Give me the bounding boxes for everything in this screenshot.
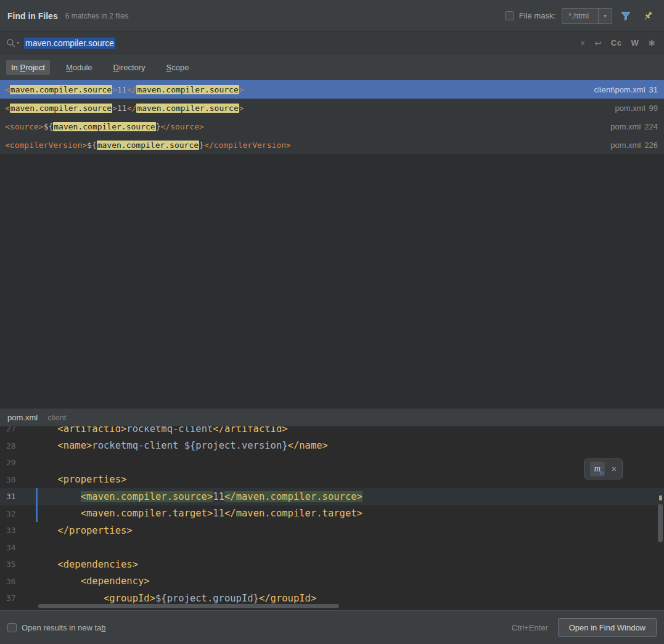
chevron-down-icon[interactable]: ▾	[598, 9, 612, 23]
xml-tag: </name>	[288, 440, 328, 451]
scope-tab-directory[interactable]: Directory	[109, 60, 150, 75]
xml-tag: <name>	[35, 440, 92, 451]
scope-tab-scope[interactable]: Scope	[162, 60, 194, 75]
result-line-number: 31	[649, 85, 658, 94]
find-in-files-dialog: Find in Files 6 matches in 2 files File …	[0, 0, 664, 644]
match-highlight: maven.compiler.source	[10, 85, 112, 94]
clear-icon[interactable]: ×	[580, 38, 585, 48]
xml-tag: </artifactId>	[213, 426, 287, 434]
xml-tag: <maven.compiler.target>	[35, 508, 213, 519]
header-controls: File mask: *.html ▾	[505, 7, 657, 25]
close-icon[interactable]: ×	[612, 464, 617, 474]
line-number: 34	[0, 543, 35, 552]
result-line-number: 224	[644, 122, 658, 131]
xml-tag: </groupId>	[259, 593, 316, 604]
xml-value: 11	[117, 85, 127, 94]
result-row[interactable]: <maven.compiler.source>11</maven.compile…	[0, 99, 664, 117]
search-history-chevron-icon[interactable]: ▾	[17, 40, 19, 46]
xml-value: ${	[44, 122, 54, 131]
match-highlight: maven.compiler.source	[136, 104, 239, 113]
scope-label: cope	[171, 63, 189, 72]
xml-text: rocketmq-client ${project.version}	[92, 440, 287, 451]
result-location: pom.xml226	[610, 141, 658, 150]
regex-toggle[interactable]: ✱	[648, 38, 655, 48]
open-results-new-tab-label: Open results in new tab	[22, 623, 106, 632]
line-number: 29	[0, 458, 35, 467]
editor-line: 27 <artifactId>rocketmq-client</artifact…	[0, 426, 664, 438]
xml-token: <	[5, 85, 10, 94]
match-case-toggle[interactable]: Cc	[611, 38, 622, 47]
maven-reload-button[interactable]: m ↻	[590, 462, 605, 476]
results-empty-area	[0, 154, 664, 408]
editor-line: 30 <properties>	[0, 471, 664, 489]
whole-words-toggle[interactable]: W	[631, 38, 639, 47]
result-line-number: 99	[649, 104, 658, 113]
search-icon[interactable]	[6, 38, 16, 48]
line-number: 36	[0, 577, 35, 586]
pin-icon[interactable]	[639, 7, 657, 25]
search-options: × ↩ Cc W ✱	[580, 38, 658, 48]
open-in-find-window-button[interactable]: Open in Find Window	[558, 618, 657, 637]
line-number: 31	[0, 492, 35, 501]
file-mask-value: *.html	[562, 11, 598, 20]
xml-token: <source>	[5, 122, 44, 131]
shortcut-hint: Ctrl+Enter	[512, 623, 548, 632]
xml-tag-match: <maven.compiler.source>	[81, 491, 213, 502]
preview-module-label: client	[47, 413, 66, 422]
scope-tab-in-project[interactable]: In Project	[6, 60, 50, 75]
result-file: pom.xml	[610, 122, 641, 131]
line-number: 28	[0, 441, 35, 450]
vcs-change-marker	[36, 488, 38, 522]
editor-line: 35 <dependencies>	[0, 556, 664, 573]
xml-tag: </properties>	[35, 525, 133, 536]
refresh-icon: ↻	[599, 470, 604, 476]
editor-line: 33 </properties>	[0, 522, 664, 539]
maven-reload-widget: m ↻ ×	[584, 459, 623, 479]
xml-tag: <dependency>	[35, 576, 150, 587]
xml-token: </	[127, 85, 137, 94]
scope-mnemonic: M	[66, 63, 73, 72]
editor-preview[interactable]: 27 <artifactId>rocketmq-client</artifact…	[0, 426, 664, 610]
xml-text: ${project.groupId}	[155, 593, 259, 604]
scope-label: odule	[73, 63, 92, 72]
file-mask-label: File mask:	[519, 11, 555, 20]
xml-value: 11	[117, 104, 127, 113]
xml-token: >	[239, 104, 244, 113]
scope-tabs: In Project Module Directory Scope	[0, 54, 664, 80]
preview-file-tab[interactable]: pom.xml	[7, 413, 38, 422]
editor-line: 32 <maven.compiler.target>11</maven.comp…	[0, 505, 664, 523]
editor-line: 34	[0, 539, 664, 556]
xml-text: 11	[213, 491, 224, 502]
scope-label: irectory	[119, 63, 146, 72]
result-code: <source>${maven.compiler.source}</source…	[5, 122, 204, 131]
result-row[interactable]: <source>${maven.compiler.source}</source…	[0, 117, 664, 136]
file-mask-combo[interactable]: *.html ▾	[562, 8, 612, 24]
vertical-scrollbar[interactable]	[658, 504, 663, 542]
filter-icon[interactable]	[617, 7, 634, 25]
result-location: pom.xml99	[615, 104, 658, 113]
scope-tab-module[interactable]: Module	[61, 60, 97, 75]
xml-token: <compilerVersion>	[5, 141, 87, 150]
newline-icon[interactable]: ↩	[594, 38, 602, 48]
search-input[interactable]: maven.compiler.source	[24, 38, 580, 48]
scope-label: roject	[25, 63, 45, 72]
result-row[interactable]: <compilerVersion>${maven.compiler.source…	[0, 136, 664, 154]
xml-token: <	[5, 104, 10, 113]
editor-line: 36 <dependency>	[0, 573, 664, 590]
horizontal-scrollbar[interactable]	[38, 604, 339, 608]
result-row[interactable]: <maven.compiler.source>11</maven.compile…	[0, 80, 664, 99]
match-highlight: maven.compiler.source	[97, 141, 199, 150]
indent	[35, 491, 81, 502]
editor-line-current: 31 <maven.compiler.source>11</maven.comp…	[0, 488, 664, 505]
xml-tag: <artifactId>	[35, 426, 126, 434]
xml-value: }	[156, 122, 161, 131]
editor-content: 27 <artifactId>rocketmq-client</artifact…	[0, 426, 664, 607]
xml-text: 11	[213, 508, 224, 519]
label-mnemonic: b	[101, 623, 105, 632]
open-results-new-tab-checkbox[interactable]	[7, 623, 17, 632]
file-mask-checkbox[interactable]	[505, 11, 514, 20]
scrollbar-match-mark	[659, 495, 662, 500]
line-number: 35	[0, 560, 35, 569]
match-highlight: maven.compiler.source	[136, 85, 239, 94]
line-number: 30	[0, 475, 35, 484]
